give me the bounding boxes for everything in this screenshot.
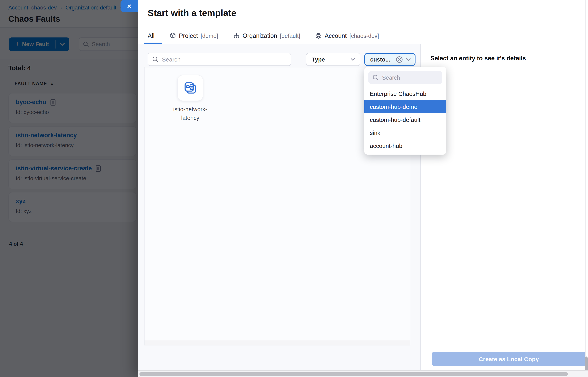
drawer-title: Start with a template xyxy=(148,8,236,19)
search-icon xyxy=(152,56,158,62)
type-filter-select[interactable]: Type xyxy=(306,53,360,66)
org-hierarchy-icon xyxy=(233,32,240,39)
layers-icon xyxy=(315,32,322,39)
template-card-label: istio-network-latency xyxy=(167,105,213,122)
close-button[interactable]: ✕ xyxy=(121,0,138,12)
template-browse-pane: Type custo... xyxy=(138,44,420,370)
tab-project-badge: [demo] xyxy=(201,33,218,39)
tab-project[interactable]: Project [demo] xyxy=(169,32,218,39)
search-icon xyxy=(373,74,378,81)
app-root: Account: chaos-dev›Organization: default… xyxy=(0,0,588,377)
tab-organization-badge: [default] xyxy=(280,33,300,39)
hub-option-custom-hub-demo[interactable]: custom-hub-demo xyxy=(364,100,446,113)
hub-option-enterprise-chaoshub[interactable]: Enterprise ChaosHub xyxy=(364,87,446,100)
horizontal-scrollbar-thumb[interactable] xyxy=(139,372,568,376)
details-empty-state: Select an entity to see it's details xyxy=(431,55,526,62)
template-tile xyxy=(177,75,203,101)
hub-option-account-hub[interactable]: account-hub xyxy=(364,139,446,152)
tab-all-label: All xyxy=(148,32,154,39)
scope-tabs: All Project [demo] Organization [default… xyxy=(138,28,420,44)
chevron-down-icon xyxy=(351,58,355,61)
tab-account[interactable]: Account [chaos-dev] xyxy=(315,32,379,39)
tab-all[interactable]: All xyxy=(148,32,154,39)
tab-organization[interactable]: Organization [default] xyxy=(233,32,300,39)
experiment-template-icon xyxy=(183,81,198,95)
hub-dropdown-search-box xyxy=(368,71,442,84)
create-as-local-copy-button[interactable]: Create as Local Copy xyxy=(432,352,586,366)
hub-dropdown-menu: Enterprise ChaosHub custom-hub-demo cust… xyxy=(364,67,446,154)
hub-filter-select[interactable]: custo... xyxy=(364,53,415,66)
tab-account-label: Account xyxy=(325,32,347,39)
active-tab-indicator xyxy=(144,43,162,44)
type-filter-label: Type xyxy=(312,56,325,62)
hub-dropdown-search-input[interactable] xyxy=(382,74,437,81)
template-card-istio-network-latency[interactable]: istio-network-latency xyxy=(164,75,217,122)
start-with-template-drawer: ✕ Start with a template All Project [dem… xyxy=(138,0,588,377)
cube-icon xyxy=(169,32,176,39)
hub-filter-value: custo... xyxy=(370,56,393,62)
hub-option-sink[interactable]: sink xyxy=(364,126,446,139)
vertical-scrollbar-track xyxy=(585,0,586,370)
tab-account-badge: [chaos-dev] xyxy=(350,33,379,39)
template-search-box xyxy=(148,53,291,66)
template-search-input[interactable] xyxy=(162,56,280,63)
horizontal-scrollbar-track xyxy=(138,370,588,377)
grid-horizontal-scrollbar[interactable] xyxy=(144,340,410,345)
hub-option-custom-hub-default[interactable]: custom-hub-default xyxy=(364,113,446,126)
tab-project-label: Project xyxy=(179,32,198,39)
clear-filter-icon[interactable] xyxy=(396,56,403,63)
chevron-down-icon xyxy=(406,58,411,61)
tab-organization-label: Organization xyxy=(243,32,277,39)
